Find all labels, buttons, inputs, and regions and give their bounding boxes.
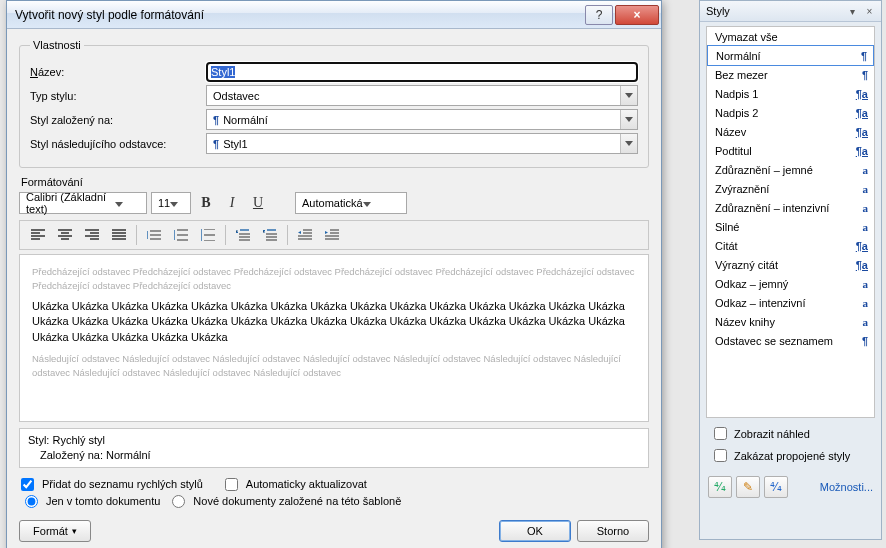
scope-document-label: Jen v tomto dokumentu xyxy=(46,495,160,507)
scope-document-radio[interactable] xyxy=(25,495,38,508)
italic-button[interactable]: I xyxy=(221,192,243,214)
style-glyph-icon: a xyxy=(863,221,869,233)
chevron-down-icon xyxy=(620,134,637,153)
new-style-button[interactable]: ⁴⁄₄ xyxy=(708,476,732,498)
style-item[interactable]: Silnéa xyxy=(707,217,874,236)
font-color-combo[interactable]: Automatická xyxy=(295,192,407,214)
following-combo[interactable]: ¶Styl1 xyxy=(206,133,638,154)
style-item-label: Nadpis 1 xyxy=(715,88,758,100)
style-item[interactable]: Odkaz – jemnýa xyxy=(707,274,874,293)
align-center-button[interactable] xyxy=(53,225,77,245)
following-label: Styl následujícího odstavce: xyxy=(30,138,206,150)
style-item-label: Vymazat vše xyxy=(715,31,778,43)
font-size-combo[interactable]: 11 xyxy=(151,192,191,214)
style-item[interactable]: Zvýrazněnía xyxy=(707,179,874,198)
underline-button[interactable]: U xyxy=(247,192,269,214)
style-glyph-icon: a xyxy=(863,202,869,214)
decrease-indent-button[interactable] xyxy=(293,225,317,245)
inspector-icon: ✎ xyxy=(743,480,753,494)
paragraph-toolbar xyxy=(19,220,649,250)
dialog-title: Vytvořit nový styl podle formátování xyxy=(15,8,204,22)
font-family-combo[interactable]: Calibri (Základní text) xyxy=(19,192,147,214)
disable-linked-label: Zakázat propojené styly xyxy=(734,450,850,462)
based-on-combo[interactable]: ¶Normální xyxy=(206,109,638,130)
align-left-button[interactable] xyxy=(26,225,50,245)
type-combo[interactable]: Odstavec xyxy=(206,85,638,106)
disable-linked-checkbox[interactable] xyxy=(714,449,727,462)
manage-styles-button[interactable]: ⁴⁄₄ xyxy=(764,476,788,498)
line-spacing-2-button[interactable] xyxy=(196,225,220,245)
info-line-1: Styl: Rychlý styl xyxy=(28,433,640,448)
cancel-button[interactable]: Storno xyxy=(577,520,649,542)
scope-template-radio[interactable] xyxy=(172,495,185,508)
style-item-label: Zdůraznění – intenzivní xyxy=(715,202,829,214)
pilcrow-icon: ¶ xyxy=(213,138,219,150)
show-preview-checkbox[interactable] xyxy=(714,427,727,440)
style-item-label: Výrazný citát xyxy=(715,259,778,271)
style-glyph-icon: a xyxy=(863,297,869,309)
style-info-box: Styl: Rychlý styl Založený na: Normální xyxy=(19,428,649,468)
style-item[interactable]: Název¶a xyxy=(707,122,874,141)
bold-button[interactable]: B xyxy=(195,192,217,214)
close-button[interactable]: × xyxy=(615,5,659,25)
increase-indent-button[interactable] xyxy=(320,225,344,245)
dialog-titlebar: Vytvořit nový styl podle formátování ? × xyxy=(7,1,661,29)
show-preview-label: Zobrazit náhled xyxy=(734,428,810,440)
chevron-down-icon: ▾ xyxy=(72,526,77,536)
style-item[interactable]: Zdůraznění – intenzivnía xyxy=(707,198,874,217)
style-item[interactable]: Odkaz – intenzivnía xyxy=(707,293,874,312)
based-on-label: Styl založený na: xyxy=(30,114,206,126)
style-glyph-icon: a xyxy=(863,183,869,195)
style-inspector-button[interactable]: ✎ xyxy=(736,476,760,498)
style-item-label: Název knihy xyxy=(715,316,775,328)
align-right-button[interactable] xyxy=(80,225,104,245)
style-item[interactable]: Odstavec se seznamem¶ xyxy=(707,331,874,350)
add-quick-styles-checkbox[interactable] xyxy=(21,478,34,491)
style-item[interactable]: Výrazný citát¶a xyxy=(707,255,874,274)
formatting-label: Formátování xyxy=(21,176,649,188)
style-item[interactable]: Citát¶a xyxy=(707,236,874,255)
style-item[interactable]: Zdůraznění – jemnéa xyxy=(707,160,874,179)
style-item[interactable]: Nadpis 1¶a xyxy=(707,84,874,103)
style-glyph-icon: ¶a xyxy=(856,107,868,119)
scope-template-label: Nové dokumenty založené na této šabloně xyxy=(193,495,401,507)
options-link[interactable]: Možnosti... xyxy=(820,481,873,493)
style-item[interactable]: Podtitul¶a xyxy=(707,141,874,160)
style-item-label: Odstavec se seznamem xyxy=(715,335,833,347)
auto-update-checkbox[interactable] xyxy=(225,478,238,491)
line-spacing-1-button[interactable] xyxy=(142,225,166,245)
style-item[interactable]: Nadpis 2¶a xyxy=(707,103,874,122)
style-item-label: Odkaz – jemný xyxy=(715,278,788,290)
style-item[interactable]: Název knihya xyxy=(707,312,874,331)
line-spacing-15-button[interactable] xyxy=(169,225,193,245)
style-list[interactable]: Vymazat všeNormální¶Bez mezer¶Nadpis 1¶a… xyxy=(706,26,875,418)
preview-next: Následující odstavec Následující odstave… xyxy=(32,352,636,380)
space-before-increase-button[interactable] xyxy=(231,225,255,245)
align-justify-button[interactable] xyxy=(107,225,131,245)
format-button[interactable]: Formát▾ xyxy=(19,520,91,542)
preview-box: Předcházející odstavec Předcházející ods… xyxy=(19,254,649,422)
type-label: Typ stylu: xyxy=(30,90,206,102)
properties-group: Vlastnosti Název: Typ stylu: Odstavec St… xyxy=(19,39,649,168)
ok-button[interactable]: OK xyxy=(499,520,571,542)
font-toolbar: Calibri (Základní text) 11 B I U Automat… xyxy=(19,192,649,214)
close-icon[interactable]: × xyxy=(862,4,877,18)
space-before-decrease-button[interactable] xyxy=(258,225,282,245)
chevron-down-icon xyxy=(363,197,378,209)
style-item-label: Normální xyxy=(716,50,761,62)
style-item[interactable]: Vymazat vše xyxy=(707,27,874,46)
properties-legend: Vlastnosti xyxy=(30,39,84,51)
style-glyph-icon: a xyxy=(863,278,869,290)
new-style-icon: ⁴⁄₄ xyxy=(714,480,726,494)
style-item[interactable]: Normální¶ xyxy=(707,45,874,66)
style-item-label: Citát xyxy=(715,240,738,252)
style-item-label: Nadpis 2 xyxy=(715,107,758,119)
style-glyph-icon: ¶a xyxy=(856,240,868,252)
chevron-down-icon[interactable]: ▾ xyxy=(845,4,860,18)
pane-title: Styly xyxy=(706,5,730,17)
name-input[interactable] xyxy=(206,62,638,82)
style-item-label: Zvýraznění xyxy=(715,183,769,195)
style-item[interactable]: Bez mezer¶ xyxy=(707,65,874,84)
help-button[interactable]: ? xyxy=(585,5,613,25)
name-label: Název: xyxy=(30,66,206,78)
